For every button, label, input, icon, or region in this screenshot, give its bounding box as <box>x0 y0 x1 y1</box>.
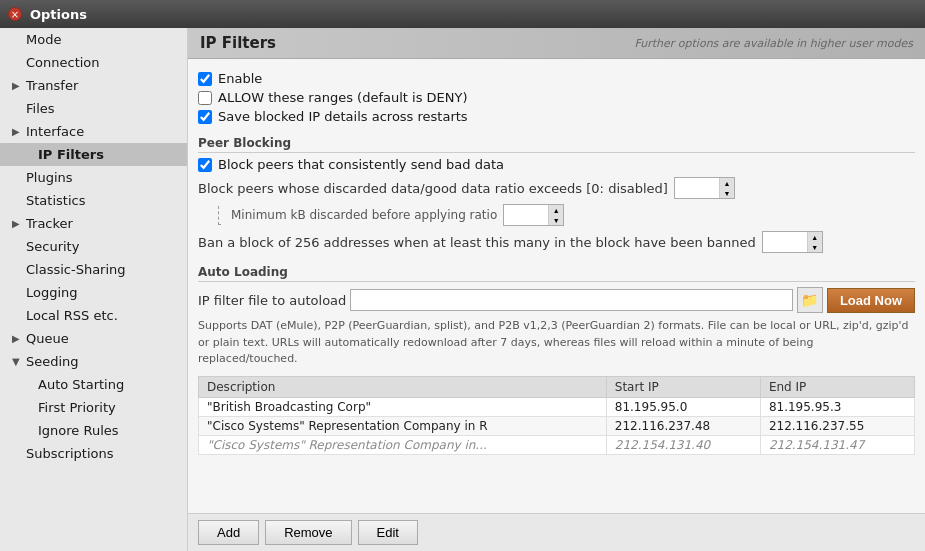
table-row[interactable]: "Cisco Systems" Representation Company i… <box>199 416 915 435</box>
sidebar-item-label: IP Filters <box>38 147 104 162</box>
sidebar-item-ip-filters[interactable]: IP Filters <box>0 143 187 166</box>
peer-blocking-section: Peer Blocking <box>198 134 915 153</box>
sidebar-item-queue[interactable]: ▶Queue <box>0 327 187 350</box>
url-row: IP filter file to autoload http://list.i… <box>198 287 915 313</box>
arrow-icon: ▶ <box>12 218 22 229</box>
sidebar-item-label: Classic-Sharing <box>26 262 126 277</box>
min-kb-spinner: 128 ▲ ▼ <box>503 204 564 226</box>
ban-label: Ban a block of 256 addresses when at lea… <box>198 235 756 250</box>
sidebar-item-connection[interactable]: Connection <box>0 51 187 74</box>
sidebar-item-label: Interface <box>26 124 84 139</box>
cell-end-ip: 212.154.131.47 <box>760 435 914 454</box>
ratio-spinner: 5.0 ▲ ▼ <box>674 177 735 199</box>
sidebar-item-local-rss[interactable]: Local RSS etc. <box>0 304 187 327</box>
sidebar-item-first-priority[interactable]: First Priority <box>0 396 187 419</box>
min-kb-label: Minimum kB discarded before applying rat… <box>231 208 497 222</box>
load-now-button[interactable]: Load Now <box>827 288 915 313</box>
add-button[interactable]: Add <box>198 520 259 545</box>
sidebar-item-plugins[interactable]: Plugins <box>0 166 187 189</box>
sidebar-item-label: Local RSS etc. <box>26 308 118 323</box>
col-description: Description <box>199 376 607 397</box>
sidebar-item-subscriptions[interactable]: Subscriptions <box>0 442 187 465</box>
sidebar-item-label: Tracker <box>26 216 73 231</box>
cell-start-ip: 212.116.237.48 <box>606 416 760 435</box>
sidebar-item-label: Statistics <box>26 193 85 208</box>
cell-description: "Cisco Systems" Representation Company i… <box>199 416 607 435</box>
sidebar-item-label: Queue <box>26 331 69 346</box>
sidebar-item-label: Subscriptions <box>26 446 114 461</box>
allow-checkbox[interactable] <box>198 91 212 105</box>
sidebar-item-label: Security <box>26 239 79 254</box>
sidebar-item-seeding[interactable]: ▼Seeding <box>0 350 187 373</box>
sidebar-item-mode[interactable]: Mode <box>0 28 187 51</box>
sidebar-item-label: Auto Starting <box>38 377 124 392</box>
block-peers-row: Block peers that consistently send bad d… <box>198 157 915 172</box>
enable-checkbox[interactable] <box>198 72 212 86</box>
ratio-input[interactable]: 5.0 <box>675 178 719 198</box>
allow-label: ALLOW these ranges (default is DENY) <box>218 90 468 105</box>
cell-start-ip: 81.195.95.0 <box>606 397 760 416</box>
cell-end-ip: 212.116.237.55 <box>760 416 914 435</box>
min-kb-up-btn[interactable]: ▲ <box>549 205 563 215</box>
sidebar-item-label: Plugins <box>26 170 73 185</box>
ip-filter-label: IP filter file to autoload <box>198 293 346 308</box>
arrow-icon: ▶ <box>12 80 22 91</box>
cell-description: "British Broadcasting Corp" <box>199 397 607 416</box>
save-row: Save blocked IP details across restarts <box>198 109 915 124</box>
sidebar-item-label: Logging <box>26 285 78 300</box>
min-kb-row: Minimum kB discarded before applying rat… <box>198 204 915 226</box>
bottom-buttons: Add Remove Edit <box>188 513 925 551</box>
cell-end-ip: 81.195.95.3 <box>760 397 914 416</box>
edit-button[interactable]: Edit <box>358 520 418 545</box>
sidebar: ModeConnection▶TransferFiles▶InterfaceIP… <box>0 28 188 551</box>
sidebar-item-files[interactable]: Files <box>0 97 187 120</box>
ban-up-btn[interactable]: ▲ <box>808 232 822 242</box>
browse-button[interactable]: 📁 <box>797 287 823 313</box>
section-title: IP Filters <box>200 34 276 52</box>
arrow-icon: ▶ <box>12 333 22 344</box>
content-header: IP Filters Further options are available… <box>188 28 925 59</box>
block-peers-checkbox[interactable] <box>198 158 212 172</box>
sidebar-item-tracker[interactable]: ▶Tracker <box>0 212 187 235</box>
ban-row: Ban a block of 256 addresses when at lea… <box>198 231 915 253</box>
ratio-up-btn[interactable]: ▲ <box>720 178 734 188</box>
filter-table: Description Start IP End IP "British Bro… <box>198 376 915 455</box>
sidebar-item-statistics[interactable]: Statistics <box>0 189 187 212</box>
min-kb-input[interactable]: 128 <box>504 205 548 225</box>
ban-spinner: 4 ▲ ▼ <box>762 231 823 253</box>
col-start-ip: Start IP <box>606 376 760 397</box>
table-row[interactable]: "British Broadcasting Corp"81.195.95.081… <box>199 397 915 416</box>
sidebar-item-label: Files <box>26 101 55 116</box>
cell-description: "Cisco Systems" Representation Company i… <box>199 435 607 454</box>
arrow-icon: ▼ <box>12 356 22 367</box>
ratio-down-btn[interactable]: ▼ <box>720 188 734 198</box>
sidebar-item-transfer[interactable]: ▶Transfer <box>0 74 187 97</box>
content-body: Enable ALLOW these ranges (default is DE… <box>188 59 925 513</box>
sidebar-item-classic-sharing[interactable]: Classic-Sharing <box>0 258 187 281</box>
window-title: Options <box>30 7 87 22</box>
sidebar-item-label: Connection <box>26 55 100 70</box>
sidebar-item-security[interactable]: Security <box>0 235 187 258</box>
sidebar-item-label: First Priority <box>38 400 116 415</box>
close-button[interactable]: × <box>8 7 22 21</box>
save-label: Save blocked IP details across restarts <box>218 109 468 124</box>
header-note: Further options are available in higher … <box>635 37 913 50</box>
sidebar-item-ignore-rules[interactable]: Ignore Rules <box>0 419 187 442</box>
ban-down-btn[interactable]: ▼ <box>808 242 822 252</box>
titlebar: × Options <box>0 0 925 28</box>
block-peers-label: Block peers that consistently send bad d… <box>218 157 504 172</box>
cell-start-ip: 212.154.131.40 <box>606 435 760 454</box>
table-row[interactable]: "Cisco Systems" Representation Company i… <box>199 435 915 454</box>
sidebar-item-auto-starting[interactable]: Auto Starting <box>0 373 187 396</box>
ratio-label: Block peers whose discarded data/good da… <box>198 181 668 196</box>
main-layout: ModeConnection▶TransferFiles▶InterfaceIP… <box>0 28 925 551</box>
sidebar-item-interface[interactable]: ▶Interface <box>0 120 187 143</box>
content-area: IP Filters Further options are available… <box>188 28 925 551</box>
ip-filter-url-input[interactable]: http://list.iblocklist.com/?list=bt_leve… <box>350 289 793 311</box>
save-checkbox[interactable] <box>198 110 212 124</box>
sidebar-item-logging[interactable]: Logging <box>0 281 187 304</box>
sidebar-item-label: Mode <box>26 32 61 47</box>
remove-button[interactable]: Remove <box>265 520 351 545</box>
min-kb-down-btn[interactable]: ▼ <box>549 215 563 225</box>
ban-input[interactable]: 4 <box>763 232 807 252</box>
